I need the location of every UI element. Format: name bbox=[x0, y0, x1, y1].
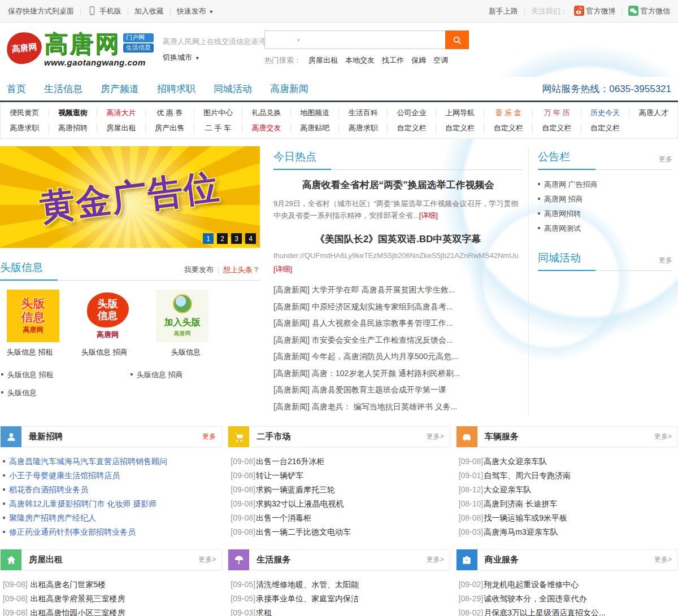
news-link[interactable]: 中原经济区规划实施专家组到高唐县考... bbox=[312, 302, 453, 311]
list-item[interactable]: [08-02]月保底3万以上星级酒店直招女公... bbox=[459, 606, 678, 616]
subnav-link[interactable]: 高清大片 bbox=[97, 108, 145, 118]
subnav-link[interactable]: 高唐招聘 bbox=[49, 123, 97, 133]
item-link[interactable]: 清洗维修地暖、水管、太阳能 bbox=[256, 580, 359, 589]
headline-bullet-item[interactable]: 头版信息 招租 bbox=[1, 370, 131, 380]
subnav-link[interactable]: 高唐交友 bbox=[242, 123, 290, 133]
list-item[interactable]: [09-01]自驾车、周六日专跑济南 bbox=[459, 469, 678, 483]
item-link[interactable]: 诚收驾驶本分，全国违章代办 bbox=[484, 594, 586, 603]
publish-link[interactable]: 我要发布 bbox=[184, 265, 214, 275]
nav-city-events[interactable]: 同城活动 bbox=[214, 82, 252, 95]
list-item[interactable]: 高唐昌隆汽车城海马汽车直营店招聘销售顾问 bbox=[3, 455, 222, 469]
notice-item[interactable]: 高唐网 广告招商 bbox=[538, 177, 672, 192]
subnav-link[interactable]: 优 惠 券 bbox=[145, 108, 194, 118]
headline-card[interactable]: 加入头版 高唐网 头版信息 bbox=[156, 290, 216, 357]
search-input[interactable] bbox=[264, 30, 445, 49]
list-item[interactable]: [08-29]诚收驾驶本分，全国违章代办 bbox=[459, 592, 678, 606]
events-more-link[interactable]: 更多 bbox=[659, 256, 672, 265]
notice-link[interactable]: 高唐网招聘 bbox=[544, 209, 581, 218]
news-item[interactable]: [高唐新闻]今年起，高唐消防员人均月享500元高危... bbox=[273, 348, 523, 365]
banner-page-3[interactable]: 3 bbox=[231, 233, 242, 244]
subnav-link[interactable]: 上网导航 bbox=[436, 108, 484, 118]
list-item[interactable]: [08-08]找一辆运输车或9米平板 bbox=[459, 511, 678, 525]
subnav-link[interactable]: 公司企业 bbox=[387, 108, 436, 118]
save-shortcut-link[interactable]: 保存快捷方式到桌面 bbox=[8, 6, 74, 16]
subnav-link[interactable]: 高唐求职 bbox=[338, 123, 387, 133]
site-logo[interactable]: 高唐网 高唐网 门户网 生活信息 www.gaotangwang.com bbox=[7, 32, 154, 67]
item-link[interactable]: 出售一个消毒柜 bbox=[256, 513, 311, 522]
news-item[interactable]: [高唐新闻]大学开学在即 高唐县开展贫困大学生救... bbox=[273, 282, 523, 299]
news-link[interactable]: 县人大视察全县民族宗教事务管理工作... bbox=[312, 318, 453, 327]
weibo-link[interactable]: 官方微博 bbox=[574, 6, 616, 16]
item-link[interactable]: 求购32寸以上液晶电视机 bbox=[256, 499, 344, 508]
job-link[interactable]: 修正药业通药针剂事业部招聘业务员 bbox=[9, 527, 136, 536]
subnav-link[interactable]: 历史今天 bbox=[581, 108, 629, 118]
subnav-link[interactable]: 自定义栏 bbox=[484, 123, 532, 133]
news-item[interactable]: [高唐新闻]市安委会安全生产工作检查情况反馈会... bbox=[273, 332, 523, 349]
subnav-link[interactable]: 生活百科 bbox=[338, 108, 387, 118]
subnav-link[interactable]: 音 乐 盒 bbox=[484, 108, 532, 118]
nav-real-estate[interactable]: 房产频道 bbox=[101, 82, 139, 95]
item-link[interactable]: 出售一辆二手比德文电动车 bbox=[256, 527, 351, 536]
list-item[interactable]: [09-08]出售一个消毒柜 bbox=[231, 511, 450, 525]
subnav-link[interactable]: 自定义栏 bbox=[436, 123, 484, 133]
news-link[interactable]: 高唐：102岁老人笑开颜 通村路利民桥刷... bbox=[312, 369, 460, 378]
headline-bullet-item[interactable]: 头版信息 bbox=[1, 388, 131, 398]
list-item[interactable]: [09-08]出售一辆二手比德文电动车 bbox=[231, 525, 450, 539]
subnav-link[interactable]: 二 手 车 bbox=[194, 123, 242, 133]
banner-page-2[interactable]: 2 bbox=[217, 233, 228, 244]
job-link[interactable]: 高唐昌隆汽车城海马汽车直营店招聘销售顾问 bbox=[9, 457, 167, 466]
headline-bullet-item[interactable]: 头版信息 招商 bbox=[131, 370, 260, 380]
section-more-link[interactable]: 更多> bbox=[427, 555, 444, 565]
news-link[interactable]: 市安委会安全生产工作检查情况反馈会... bbox=[312, 335, 453, 344]
news-item[interactable]: [高唐新闻]高唐老兵： 编写当地抗日英雄评书 义务... bbox=[273, 399, 523, 416]
news-link[interactable]: 高唐县爱国教育主题班会成开学第一课 bbox=[312, 385, 446, 394]
section-more-link[interactable]: 更多> bbox=[654, 432, 672, 442]
thunder-url[interactable]: thunder://QUFmdHA6Ly9keTEzMS5jb206NnZkeS… bbox=[273, 251, 523, 260]
section-more-link[interactable]: 更多> bbox=[427, 432, 444, 442]
headline-card[interactable]: 头版 信息 高唐网 头版信息 招商 bbox=[81, 290, 141, 357]
headline-card-caption[interactable]: 头版信息 招商 bbox=[81, 347, 141, 357]
item-link[interactable]: 出售一台216升冰柜 bbox=[256, 457, 324, 466]
list-item[interactable]: [09-08] 出租高唐怡园小区三室楼房 bbox=[3, 606, 222, 616]
notice-link[interactable]: 高唐网 广告招商 bbox=[544, 180, 598, 189]
item-link[interactable]: 高唐海马m3迎亲车队 bbox=[484, 527, 558, 536]
nav-news[interactable]: 高唐新闻 bbox=[270, 82, 308, 95]
switch-city-link[interactable]: 切换城市 ▾ bbox=[163, 53, 199, 63]
job-link[interactable]: 稻花香白酒招聘业务员 bbox=[9, 485, 88, 494]
news-item[interactable]: [高唐新闻]县人大视察全县民族宗教事务管理工作... bbox=[273, 315, 523, 332]
headline-card-caption[interactable]: 头版信息 bbox=[156, 347, 216, 357]
item-link[interactable]: 翔龙机电起重设备维修中心 bbox=[484, 580, 579, 589]
subnav-link[interactable]: 高唐人才 bbox=[629, 108, 677, 118]
newbie-guide-link[interactable]: 新手上路 bbox=[489, 6, 518, 16]
news-item[interactable]: [高唐新闻]高唐县爱国教育主题班会成开学第一课 bbox=[273, 382, 523, 399]
search-button[interactable] bbox=[445, 30, 469, 49]
item-link[interactable]: 求租 bbox=[256, 608, 272, 616]
news-item[interactable]: [高唐新闻]高唐：102岁老人笑开颜 通村路利民桥刷... bbox=[273, 365, 523, 382]
news-link[interactable]: 大学开学在即 高唐县开展贫困大学生救... bbox=[312, 285, 455, 294]
section-more-link[interactable]: 更多 bbox=[202, 432, 216, 442]
notice-more-link[interactable]: 更多 bbox=[659, 155, 672, 164]
headline-card[interactable]: 头版 信息 高唐网 头版信息 招租 bbox=[7, 290, 67, 357]
news-item[interactable]: [高唐新闻]中原经济区规划实施专家组到高唐县考... bbox=[273, 299, 523, 316]
list-item[interactable]: 小王子母婴健康生活馆招聘店员 bbox=[3, 469, 222, 483]
add-favorite-link[interactable]: 加入收藏 bbox=[134, 6, 164, 16]
item-link[interactable]: 高唐到济南 长途拼车 bbox=[484, 499, 557, 508]
list-item[interactable]: [09-08]出售一台216升冰柜 bbox=[231, 455, 450, 469]
subnav-link[interactable]: 便民黄页 bbox=[1, 108, 49, 118]
article-title-link[interactable]: 《美国队长2》国英双语.BD中英双字幕 bbox=[315, 234, 481, 244]
item-link[interactable]: 转让一辆铲车 bbox=[256, 471, 303, 480]
list-item[interactable]: [09-08] 出租高唐学府景苑三室楼房 bbox=[3, 592, 222, 606]
list-item[interactable]: 稻花香白酒招聘业务员 bbox=[3, 483, 222, 497]
subnav-link[interactable]: 自定义栏 bbox=[387, 123, 436, 133]
hot-keyword[interactable]: 本地交友 bbox=[345, 55, 375, 65]
notice-item[interactable]: 高唐网测试 bbox=[538, 221, 672, 236]
subnav-link[interactable]: 高唐贴吧 bbox=[290, 123, 339, 133]
job-link[interactable]: 高唐韩12儿童摄影招聘门市 化妆师 摄影师 bbox=[9, 499, 157, 508]
subnav-link[interactable]: 礼品兑换 bbox=[242, 108, 290, 118]
list-item[interactable]: [09-08] 出租高唐名门世家5楼 bbox=[3, 578, 222, 592]
subnav-link[interactable]: 房产出售 bbox=[145, 123, 194, 133]
notice-link[interactable]: 高唐网 招商 bbox=[544, 195, 583, 203]
list-item[interactable]: [09-05]承接事业单位、家庭室内保洁 bbox=[231, 592, 450, 606]
nav-life-info[interactable]: 生活信息 bbox=[44, 82, 82, 95]
item-link[interactable]: 高唐大众迎亲车队 bbox=[484, 457, 547, 466]
